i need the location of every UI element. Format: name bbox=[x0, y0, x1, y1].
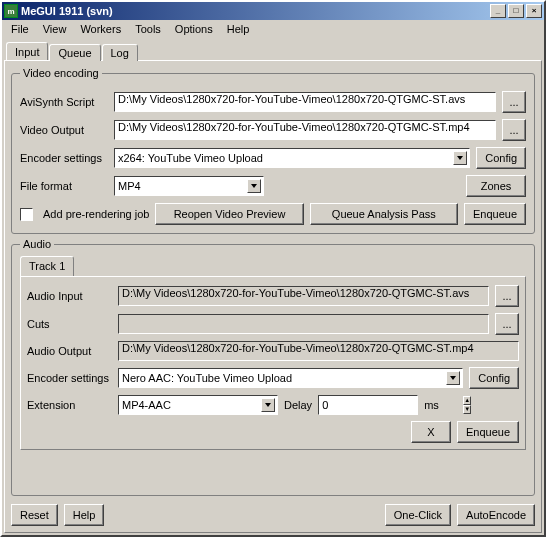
file-format-label: File format bbox=[20, 180, 108, 192]
delay-spinner[interactable]: ▲ ▼ bbox=[318, 395, 418, 415]
help-button[interactable]: Help bbox=[64, 504, 105, 526]
video-output-input[interactable]: D:\My Videos\1280x720-for-YouTube-Vimeo\… bbox=[114, 120, 496, 140]
prerender-label: Add pre-rendering job bbox=[43, 208, 149, 220]
audio-group: Audio Track 1 Audio Input D:\My Videos\1… bbox=[11, 238, 535, 496]
minimize-button[interactable]: _ bbox=[490, 4, 506, 18]
audio-input-label: Audio Input bbox=[27, 290, 112, 302]
tab-track1[interactable]: Track 1 bbox=[20, 256, 74, 276]
delay-unit: ms bbox=[424, 399, 439, 411]
audio-output-label: Audio Output bbox=[27, 345, 112, 357]
video-output-label: Video Output bbox=[20, 124, 108, 136]
delay-up-button[interactable]: ▲ bbox=[463, 396, 471, 405]
audio-input-field[interactable]: D:\My Videos\1280x720-for-YouTube-Vimeo\… bbox=[118, 286, 489, 306]
one-click-button[interactable]: One-Click bbox=[385, 504, 451, 526]
queue-analysis-button[interactable]: Queue Analysis Pass bbox=[310, 203, 458, 225]
reopen-preview-button[interactable]: Reopen Video Preview bbox=[155, 203, 303, 225]
video-enqueue-button[interactable]: Enqueue bbox=[464, 203, 526, 225]
video-encoding-group: Video encoding AviSynth Script D:\My Vid… bbox=[11, 67, 535, 234]
extension-combo[interactable]: MP4-AAC bbox=[118, 395, 278, 415]
file-format-combo[interactable]: MP4 bbox=[114, 176, 264, 196]
close-button[interactable]: × bbox=[526, 4, 542, 18]
audio-input-browse-button[interactable]: ... bbox=[495, 285, 519, 307]
tab-page-input: Video encoding AviSynth Script D:\My Vid… bbox=[4, 60, 542, 533]
audio-config-button[interactable]: Config bbox=[469, 367, 519, 389]
main-tabs: Input Queue Log bbox=[6, 40, 542, 60]
audio-encoder-label: Encoder settings bbox=[27, 372, 112, 384]
menu-help[interactable]: Help bbox=[220, 22, 257, 36]
video-legend: Video encoding bbox=[20, 67, 102, 79]
app-window: m MeGUI 1911 (svn) _ □ × File View Worke… bbox=[0, 0, 546, 537]
menu-tools[interactable]: Tools bbox=[128, 22, 168, 36]
menubar: File View Workers Tools Options Help bbox=[2, 20, 544, 38]
video-config-button[interactable]: Config bbox=[476, 147, 526, 169]
avisynth-browse-button[interactable]: ... bbox=[502, 91, 526, 113]
delay-input[interactable] bbox=[319, 396, 463, 414]
footer: Reset Help One-Click AutoEncode bbox=[11, 504, 535, 526]
window-title: MeGUI 1911 (svn) bbox=[21, 5, 488, 17]
avisynth-script-input[interactable]: D:\My Videos\1280x720-for-YouTube-Vimeo\… bbox=[114, 92, 496, 112]
menu-file[interactable]: File bbox=[4, 22, 36, 36]
menu-workers[interactable]: Workers bbox=[73, 22, 128, 36]
audio-track-panel: Audio Input D:\My Videos\1280x720-for-Yo… bbox=[20, 276, 526, 450]
reset-button[interactable]: Reset bbox=[11, 504, 58, 526]
delay-label: Delay bbox=[284, 399, 312, 411]
maximize-button[interactable]: □ bbox=[508, 4, 524, 18]
audio-x-button[interactable]: X bbox=[411, 421, 451, 443]
titlebar[interactable]: m MeGUI 1911 (svn) _ □ × bbox=[2, 2, 544, 20]
video-encoder-combo[interactable]: x264: YouTube Vimeo Upload bbox=[114, 148, 470, 168]
audio-legend: Audio bbox=[20, 238, 54, 250]
autoencode-button[interactable]: AutoEncode bbox=[457, 504, 535, 526]
extension-label: Extension bbox=[27, 399, 112, 411]
zones-button[interactable]: Zones bbox=[466, 175, 526, 197]
app-icon: m bbox=[4, 4, 18, 18]
audio-enqueue-button[interactable]: Enqueue bbox=[457, 421, 519, 443]
menu-options[interactable]: Options bbox=[168, 22, 220, 36]
video-output-browse-button[interactable]: ... bbox=[502, 119, 526, 141]
prerender-checkbox[interactable] bbox=[20, 208, 33, 221]
audio-encoder-combo[interactable]: Nero AAC: YouTube Vimeo Upload bbox=[118, 368, 463, 388]
cuts-label: Cuts bbox=[27, 318, 112, 330]
menu-view[interactable]: View bbox=[36, 22, 74, 36]
tab-queue[interactable]: Queue bbox=[49, 44, 100, 61]
delay-down-button[interactable]: ▼ bbox=[463, 405, 471, 414]
tab-input[interactable]: Input bbox=[6, 42, 48, 60]
cuts-browse-button[interactable]: ... bbox=[495, 313, 519, 335]
cuts-field[interactable] bbox=[118, 314, 489, 334]
audio-output-field[interactable]: D:\My Videos\1280x720-for-YouTube-Vimeo\… bbox=[118, 341, 519, 361]
tab-log[interactable]: Log bbox=[102, 44, 138, 61]
audio-tabs: Track 1 bbox=[20, 256, 526, 276]
video-encoder-label: Encoder settings bbox=[20, 152, 108, 164]
avisynth-script-label: AviSynth Script bbox=[20, 96, 108, 108]
